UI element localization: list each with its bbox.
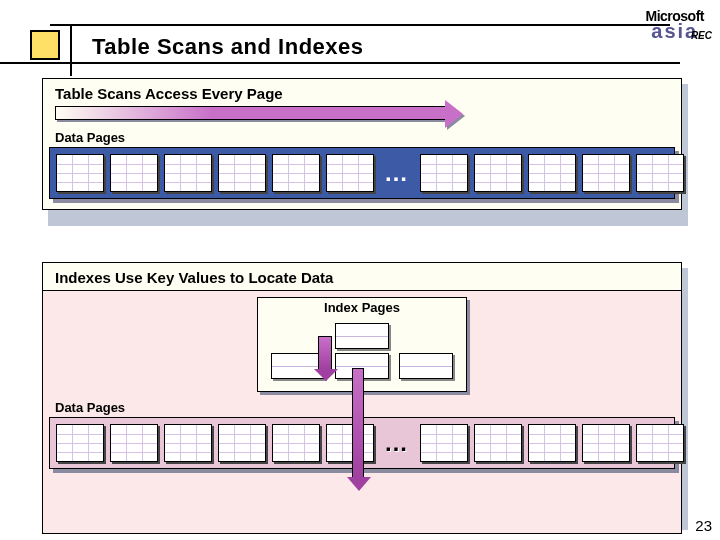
page-block — [582, 154, 630, 192]
page-number: 23 — [695, 517, 712, 534]
index-arrow-1-icon — [318, 336, 332, 370]
index-block — [335, 323, 389, 349]
page-block — [218, 154, 266, 192]
panel-table-scans: Table Scans Access Every Page Data Pages… — [42, 78, 682, 210]
page-block — [528, 154, 576, 192]
page-block — [636, 424, 684, 462]
panel-1-heading: Table Scans Access Every Page — [43, 79, 681, 106]
ellipsis-2: … — [380, 431, 414, 455]
data-pages-strip-1: … — [49, 147, 675, 199]
page-block — [474, 424, 522, 462]
page-block — [326, 424, 374, 462]
page-block — [164, 154, 212, 192]
ellipsis-1: … — [380, 161, 414, 185]
data-pages-label-1: Data Pages — [43, 124, 681, 145]
page-block — [420, 154, 468, 192]
page-block — [56, 424, 104, 462]
page-block — [218, 424, 266, 462]
page-block — [636, 154, 684, 192]
page-block — [272, 154, 320, 192]
page-block — [582, 424, 630, 462]
rule-horizontal-top — [50, 24, 670, 26]
deco-square — [30, 30, 74, 74]
index-pages-label: Index Pages — [266, 300, 458, 319]
slide-title: Table Scans and Indexes — [92, 34, 364, 60]
page-block — [528, 424, 576, 462]
panel-indexes: Indexes Use Key Values to Locate Data In… — [42, 262, 682, 534]
rec-label: REC — [691, 30, 712, 41]
page-block — [164, 424, 212, 462]
page-block — [272, 424, 320, 462]
index-pages-panel: Index Pages — [257, 297, 467, 392]
panel-2-heading: Indexes Use Key Values to Locate Data — [43, 263, 681, 291]
scan-arrow-icon — [55, 106, 445, 120]
page-block — [474, 154, 522, 192]
page-block — [110, 154, 158, 192]
page-block — [56, 154, 104, 192]
index-arrow-2-icon — [352, 368, 364, 478]
page-block — [110, 424, 158, 462]
index-block — [399, 353, 453, 379]
page-block — [326, 154, 374, 192]
page-block — [420, 424, 468, 462]
rule-horizontal-bottom — [0, 62, 680, 64]
